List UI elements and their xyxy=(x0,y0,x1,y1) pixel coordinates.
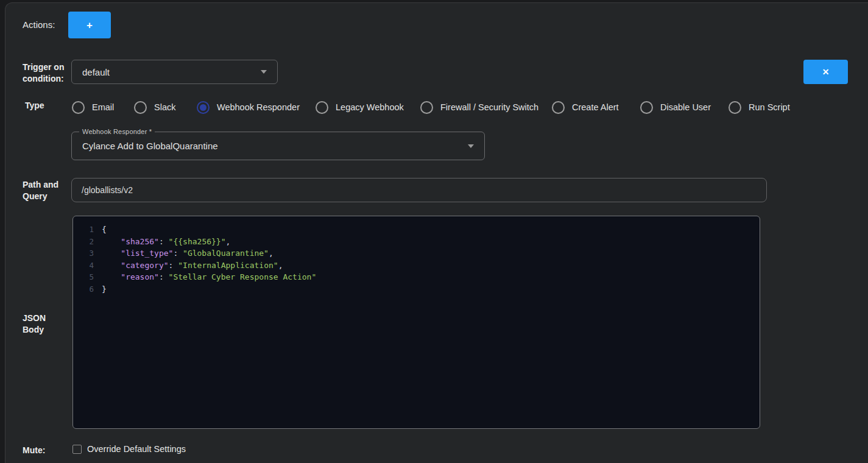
type-radio-disable-user[interactable]: Disable User xyxy=(640,101,711,114)
actions-label: Actions: xyxy=(23,19,55,30)
type-radio-webhook-responder[interactable]: Webhook Responder xyxy=(197,101,300,114)
radio-icon xyxy=(552,101,565,114)
type-radio-create-alert[interactable]: Create Alert xyxy=(552,101,619,114)
type-label: Type xyxy=(25,100,44,111)
path-query-value: /globallists/v2 xyxy=(82,185,133,195)
type-radio-firewall-security-switch[interactable]: Firewall / Security Switch xyxy=(420,101,538,114)
remove-action-button[interactable]: ✕ xyxy=(803,60,848,84)
radio-selected-icon xyxy=(197,101,210,114)
override-default-settings-label: Override Default Settings xyxy=(87,444,186,454)
json-code-lines: 1{2 "sha256": "{{sha256}}",3 "list_type"… xyxy=(78,224,752,295)
add-action-button[interactable]: + xyxy=(68,12,111,38)
path-query-label: Path and Query xyxy=(23,179,65,202)
radio-icon xyxy=(729,101,741,114)
path-query-input[interactable]: /globallists/v2 xyxy=(71,178,767,202)
type-radio-legacy-webhook[interactable]: Legacy Webhook xyxy=(316,101,404,114)
close-icon: ✕ xyxy=(822,68,830,76)
chevron-down-icon xyxy=(468,144,474,148)
radio-icon xyxy=(134,101,147,114)
mute-label: Mute: xyxy=(23,445,45,456)
webhook-responder-float-label: Webhook Responder * xyxy=(79,127,155,136)
checkbox-icon[interactable] xyxy=(72,445,82,454)
radio-icon xyxy=(72,101,85,114)
radio-icon xyxy=(640,101,653,114)
json-body-editor[interactable]: 1{2 "sha256": "{{sha256}}",3 "list_type"… xyxy=(72,216,760,429)
webhook-responder-select[interactable]: Webhook Responder * Cylance Add to Globa… xyxy=(71,132,485,160)
json-body-label: JSON Body xyxy=(23,313,56,336)
trigger-condition-label: Trigger on condition: xyxy=(23,62,71,85)
trigger-condition-select[interactable]: default xyxy=(71,60,278,84)
type-radio-email[interactable]: Email xyxy=(72,101,114,114)
radio-icon xyxy=(316,101,328,114)
plus-icon: + xyxy=(86,20,93,30)
chevron-down-icon xyxy=(261,70,267,74)
webhook-responder-value: Cylance Add to GlobalQuarantine xyxy=(72,141,468,151)
action-config-panel: Actions: + Trigger on condition: default… xyxy=(5,2,868,463)
trigger-condition-value: default xyxy=(72,67,261,77)
radio-icon xyxy=(420,101,433,114)
override-default-settings-checkbox-row[interactable]: Override Default Settings xyxy=(72,444,186,454)
type-radio-run-script[interactable]: Run Script xyxy=(729,101,790,114)
type-radio-slack[interactable]: Slack xyxy=(134,101,175,114)
